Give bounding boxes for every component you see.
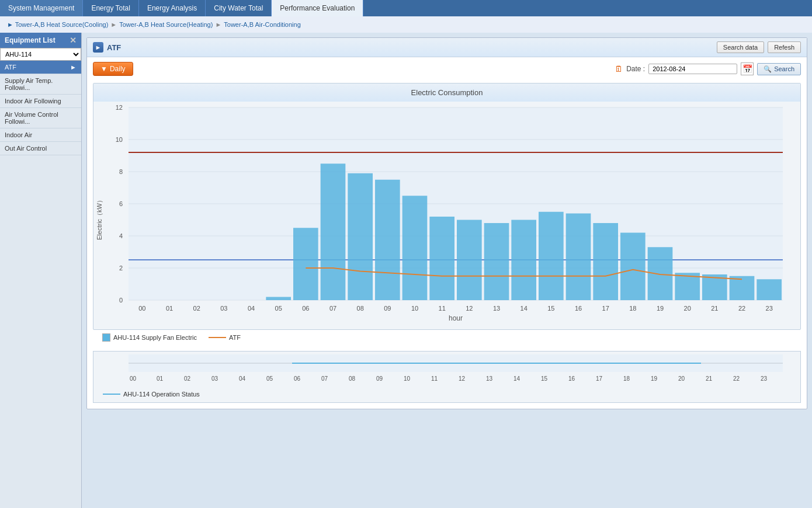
breadcrumb-sep-2: ► <box>215 21 221 28</box>
operation-status-chart: 00 01 02 03 04 05 06 07 08 09 10 11 12 1… <box>93 351 801 403</box>
tab-energy-total[interactable]: Energy Total <box>83 0 139 16</box>
chart-area: Electric Consumption <box>87 81 807 351</box>
sidebar-item-air-volume[interactable]: Air Volume Control Followi... <box>0 108 81 128</box>
sidebar-item-supply-air[interactable]: Supply Air Temp. Followi... <box>0 74 81 95</box>
tab-energy-analysis[interactable]: Energy Analysis <box>139 0 206 16</box>
svg-rect-23 <box>402 196 428 300</box>
svg-rect-22 <box>375 180 400 300</box>
svg-text:2: 2 <box>119 265 123 272</box>
svg-text:14: 14 <box>513 375 520 382</box>
main-panel: ► ATF Search data Refesh ▼ Daily 🗓 Date … <box>86 37 807 409</box>
svg-text:22: 22 <box>738 305 745 312</box>
sidebar-item-indoor-air[interactable]: Indoor Air <box>0 128 81 142</box>
svg-text:10: 10 <box>404 375 411 382</box>
sidebar-item-atf[interactable]: ATF ► <box>0 61 81 74</box>
svg-text:08: 08 <box>357 305 364 312</box>
svg-text:16: 16 <box>575 305 582 312</box>
operation-legend-line <box>103 394 120 395</box>
svg-text:23: 23 <box>761 375 768 382</box>
svg-text:05: 05 <box>266 375 273 382</box>
operation-legend-item: AHU-114 Operation Status <box>103 391 200 398</box>
svg-text:6: 6 <box>119 200 123 207</box>
operation-chart-svg: 00 01 02 03 04 05 06 07 08 09 10 11 12 1… <box>93 352 794 387</box>
svg-text:17: 17 <box>602 305 609 312</box>
svg-rect-36 <box>757 279 782 300</box>
chart-svg: 0 2 4 6 8 10 12 Electric（kW） <box>93 102 794 329</box>
main-layout: Equipment List ✕ AHU-114 ATF ► Supply Ai… <box>0 33 812 508</box>
svg-text:21: 21 <box>706 375 713 382</box>
svg-text:12: 12 <box>116 104 123 111</box>
breadcrumb-item-3[interactable]: Tower-A,B Air-Conditioning <box>224 21 300 28</box>
svg-text:06: 06 <box>302 305 309 312</box>
date-selector: 🗓 Date : 📅 🔍 Search <box>615 62 801 75</box>
top-nav: System Management Energy Total Energy An… <box>0 0 812 16</box>
svg-rect-21 <box>348 173 373 300</box>
chevron-down-icon: ▼ <box>100 65 107 73</box>
svg-text:11: 11 <box>439 305 446 312</box>
expand-button[interactable]: ► <box>93 42 103 53</box>
sidebar-item-out-air[interactable]: Out Air Control <box>0 142 81 155</box>
tab-system-management[interactable]: System Management <box>0 0 83 16</box>
svg-text:00: 00 <box>130 375 137 382</box>
svg-text:0: 0 <box>119 297 123 304</box>
svg-text:20: 20 <box>684 305 691 312</box>
refresh-button[interactable]: Refesh <box>768 41 801 53</box>
panel-header: ► ATF Search data Refesh <box>87 38 807 57</box>
sidebar-title: Equipment List <box>5 36 55 44</box>
calendar-picker-button[interactable]: 📅 <box>741 62 754 75</box>
operation-legend-label: AHU-114 Operation Status <box>123 391 200 398</box>
svg-text:10: 10 <box>116 136 123 143</box>
chart-title: Electric Consumption <box>93 83 800 102</box>
svg-text:04: 04 <box>248 305 255 312</box>
svg-text:01: 01 <box>166 305 173 312</box>
svg-rect-20 <box>321 163 346 300</box>
chart-svg-wrapper: 0 2 4 6 8 10 12 Electric（kW） <box>93 102 800 329</box>
svg-text:10: 10 <box>411 305 418 312</box>
search-button[interactable]: 🔍 Search <box>757 63 801 75</box>
operation-legend: AHU-114 Operation Status <box>93 388 800 402</box>
breadcrumb-item-1[interactable]: ► Tower-A,B Heat Source(Cooling) <box>7 21 108 28</box>
svg-text:03: 03 <box>211 375 218 382</box>
svg-rect-32 <box>648 247 673 300</box>
svg-text:19: 19 <box>651 375 658 382</box>
svg-rect-18 <box>266 297 291 301</box>
svg-text:14: 14 <box>520 305 528 312</box>
svg-text:07: 07 <box>321 375 328 382</box>
calendar-icon: 🗓 <box>615 64 623 74</box>
panel-title: ► ATF <box>93 42 121 53</box>
equipment-select[interactable]: AHU-114 <box>0 48 81 61</box>
svg-text:07: 07 <box>329 305 336 312</box>
daily-button[interactable]: ▼ Daily <box>93 62 133 76</box>
svg-rect-19 <box>293 228 318 300</box>
svg-text:19: 19 <box>657 305 664 312</box>
sidebar-header: Equipment List ✕ <box>0 33 81 48</box>
panel-actions: Search data Refesh <box>717 41 801 53</box>
breadcrumb-item-2[interactable]: Tower-A,B Heat Source(Heating) <box>119 21 213 28</box>
search-icon: 🔍 <box>764 65 772 73</box>
svg-text:21: 21 <box>711 305 718 312</box>
chart-legend: AHU-114 Supply Fan Electric ATF <box>93 330 801 345</box>
date-input[interactable] <box>648 64 737 74</box>
svg-text:02: 02 <box>184 375 191 382</box>
svg-text:12: 12 <box>459 375 466 382</box>
sidebar-item-indoor-air-following[interactable]: Indoor Air Following <box>0 95 81 108</box>
sidebar-close-button[interactable]: ✕ <box>70 36 77 45</box>
svg-rect-27 <box>511 220 536 301</box>
svg-rect-35 <box>730 276 755 300</box>
tab-performance-evaluation[interactable]: Performance Evaluation <box>272 0 363 16</box>
chart-toolbar: ▼ Daily 🗓 Date : 📅 🔍 Search <box>87 57 807 81</box>
legend-bar-box <box>102 333 110 342</box>
svg-text:03: 03 <box>220 305 227 312</box>
svg-text:15: 15 <box>541 375 548 382</box>
svg-text:17: 17 <box>596 375 603 382</box>
legend-line-box <box>209 337 226 338</box>
svg-text:00: 00 <box>138 305 145 312</box>
tab-city-water-total[interactable]: City Water Total <box>206 0 272 16</box>
svg-text:4: 4 <box>119 232 123 239</box>
search-data-button[interactable]: Search data <box>717 41 764 53</box>
svg-text:22: 22 <box>733 375 740 382</box>
content-area: ► ATF Search data Refesh ▼ Daily 🗓 Date … <box>82 33 812 508</box>
svg-text:8: 8 <box>119 168 123 175</box>
breadcrumb-sep-1: ► <box>110 21 117 28</box>
svg-rect-26 <box>484 223 509 300</box>
